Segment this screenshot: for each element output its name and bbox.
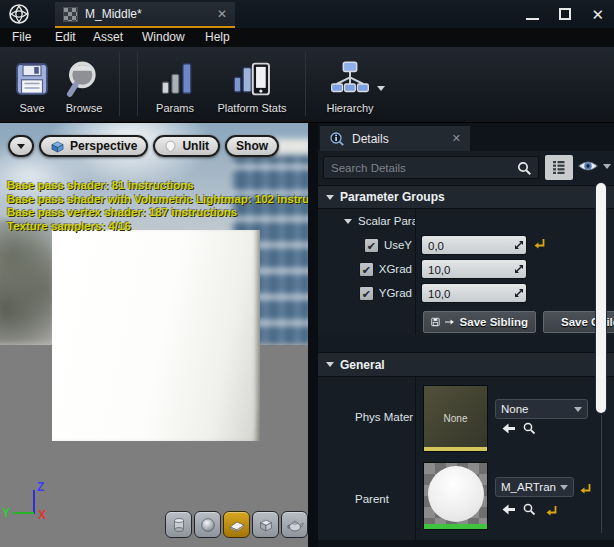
- reset-to-default-icon[interactable]: [545, 504, 558, 517]
- parameter-groups-header[interactable]: Parameter Groups: [318, 185, 614, 209]
- show-button[interactable]: Show: [225, 135, 279, 157]
- phys-material-row: Phys Mater None None: [318, 377, 614, 457]
- phys-material-thumbnail[interactable]: None: [423, 385, 488, 452]
- shape-cube-button[interactable]: [252, 511, 279, 538]
- view-options-button[interactable]: [577, 159, 611, 173]
- parent-dropdown[interactable]: M_ARTranslu: [495, 477, 574, 497]
- reset-to-default-icon[interactable]: [579, 482, 592, 495]
- preview-viewport[interactable]: Perspective Unlit Show Base pass shader:…: [0, 123, 308, 547]
- tab-close-icon[interactable]: ✕: [217, 8, 227, 20]
- document-tab[interactable]: M_Middle* ✕: [55, 2, 235, 28]
- save-sibling-button[interactable]: Save Sibling: [423, 311, 536, 333]
- minimize-icon[interactable]: [526, 18, 539, 20]
- param-name-cell: ✔ XGrad: [318, 257, 415, 281]
- sphere-icon: [199, 516, 217, 534]
- shape-teapot-button[interactable]: [281, 511, 308, 538]
- browse-to-asset-icon[interactable]: [523, 503, 536, 516]
- shape-plane-button[interactable]: [223, 511, 250, 538]
- collapse-triangle-icon: [344, 219, 352, 224]
- param-row-usey: ✔ UseY: [318, 233, 614, 257]
- unlit-button[interactable]: Unlit: [153, 135, 220, 157]
- general-header[interactable]: General: [318, 352, 614, 377]
- phys-dropdown-value: None: [501, 403, 529, 415]
- display-filter-button[interactable]: [545, 155, 573, 180]
- param-value-box: [421, 283, 527, 303]
- shape-cylinder-button[interactable]: [165, 511, 192, 538]
- details-tab[interactable]: Details ✕: [320, 126, 470, 151]
- parent-row: Parent M_ARTranslu: [318, 457, 614, 540]
- menu-edit[interactable]: Edit: [55, 30, 76, 44]
- browse-button[interactable]: Browse: [56, 56, 112, 114]
- parent-dropdown-value: M_ARTranslu: [501, 481, 556, 493]
- stats-line: Texture samplers: 4/16: [7, 220, 308, 234]
- save-floppy-icon: [8, 56, 56, 102]
- value-slider-icon[interactable]: [514, 288, 524, 298]
- checkbox-checked[interactable]: ✔: [359, 262, 374, 277]
- scalar-group-label: Scalar Para: [358, 215, 415, 227]
- param-value-box: [421, 259, 527, 279]
- menu-window[interactable]: Window: [142, 30, 185, 44]
- perspective-button[interactable]: Perspective: [39, 135, 148, 157]
- search-input[interactable]: [324, 157, 538, 178]
- param-value-input[interactable]: [422, 261, 526, 279]
- checkbox-checked[interactable]: ✔: [359, 286, 374, 301]
- menu-asset[interactable]: Asset: [93, 30, 123, 44]
- use-selected-arrow-icon[interactable]: [502, 504, 516, 515]
- parent-thumbnail-color-bar: [424, 524, 487, 529]
- maximize-icon[interactable]: [559, 8, 571, 20]
- show-label: Show: [236, 139, 268, 153]
- use-selected-arrow-icon[interactable]: [502, 423, 516, 434]
- unlit-label: Unlit: [182, 139, 209, 153]
- param-name: UseY: [384, 239, 412, 251]
- close-icon[interactable]: ✕: [591, 7, 604, 22]
- value-slider-icon[interactable]: [514, 240, 524, 250]
- axis-z-line: [33, 490, 35, 514]
- grid-view-icon: [552, 160, 566, 175]
- axis-y-line: [13, 512, 34, 514]
- reset-to-default-icon[interactable]: [533, 237, 546, 250]
- params-button[interactable]: Params: [146, 56, 204, 114]
- viewport-options-button[interactable]: [8, 135, 34, 157]
- cube-icon: [257, 516, 275, 534]
- general-title: General: [340, 358, 385, 372]
- shader-stats: Base pass shader: 81 instructions Base p…: [7, 179, 308, 233]
- param-value-input[interactable]: [422, 285, 526, 303]
- axis-x-label: X: [38, 508, 46, 522]
- save-button[interactable]: Save: [8, 56, 56, 114]
- phys-material-dropdown[interactable]: None: [495, 399, 588, 419]
- menu-file[interactable]: File: [12, 30, 31, 44]
- window-controls: ✕: [526, 5, 604, 23]
- panel-splitter[interactable]: [308, 123, 318, 547]
- details-scrollbar: [595, 183, 607, 540]
- platform-stats-button[interactable]: Platform Stats: [208, 56, 296, 114]
- document-tab-label: M_Middle*: [85, 7, 142, 21]
- details-tab-close-icon[interactable]: ✕: [452, 132, 461, 145]
- toolbar-separator: [137, 52, 138, 116]
- axis-z-label: Z: [37, 480, 44, 494]
- stats-line: Base pass vertex shader: 187 instruction…: [7, 206, 308, 220]
- hierarchy-tree-icon: [322, 56, 378, 102]
- phys-material-label: Phys Mater: [318, 377, 415, 457]
- title-bar: M_Middle* ✕ ✕: [0, 0, 614, 28]
- hierarchy-button[interactable]: Hierarchy: [322, 56, 378, 114]
- hierarchy-dropdown-caret[interactable]: [377, 86, 385, 91]
- param-name: XGrad: [379, 263, 412, 275]
- menu-help[interactable]: Help: [205, 30, 230, 44]
- checkbox-checked[interactable]: ✔: [364, 238, 379, 253]
- parent-label: Parent: [318, 457, 415, 540]
- value-slider-icon[interactable]: [514, 264, 524, 274]
- parent-material-thumbnail[interactable]: [423, 462, 488, 530]
- shape-sphere-button[interactable]: [194, 511, 221, 538]
- main-toolbar: Save Browse Params: [0, 47, 614, 123]
- param-value-box: [421, 235, 527, 255]
- param-value-input[interactable]: [422, 237, 526, 255]
- scrollbar-thumb[interactable]: [596, 183, 606, 413]
- browse-to-asset-icon[interactable]: [523, 422, 536, 435]
- hierarchy-label: Hierarchy: [322, 102, 378, 114]
- phys-thumbnail-text: None: [444, 413, 468, 424]
- unreal-logo-icon: [8, 3, 30, 25]
- preview-shape-buttons: [165, 511, 308, 538]
- scalar-group-row[interactable]: Scalar Para: [318, 209, 415, 233]
- browse-label: Browse: [56, 102, 112, 114]
- browse-magnifier-icon: [56, 56, 112, 102]
